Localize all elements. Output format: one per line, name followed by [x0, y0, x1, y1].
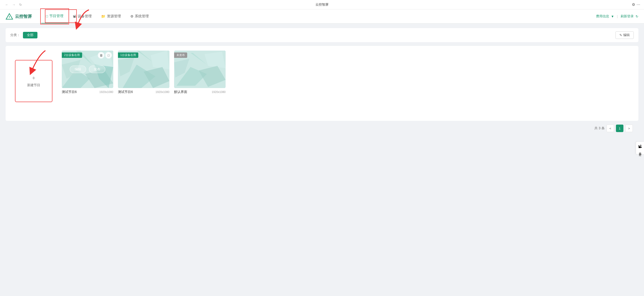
- new-program-plus-icon: +: [32, 75, 35, 81]
- edit-button[interactable]: ✎ 编辑: [616, 31, 634, 39]
- nav-menu: □ 节目管理 📽 设备管理 📁 资源管理 ⚙ 系统管理: [41, 9, 638, 24]
- window-title: 云控智屏: [316, 3, 328, 7]
- program-name-2: 测试节目6: [118, 90, 133, 94]
- nav-item-device[interactable]: 📽 设备管理: [68, 9, 96, 24]
- program-nav-icon: □: [46, 14, 48, 18]
- resource-nav-label: 资源管理: [107, 14, 121, 19]
- program-res-1: 1920x1080: [100, 90, 113, 94]
- main-content: 分类： 全部 ✎ 编辑 +: [0, 24, 644, 141]
- program-name-1: 测试节目6: [62, 90, 77, 94]
- title-bar: ← → ↻ 云控智屏 ⚙ ⋯: [0, 0, 644, 9]
- card-publish-hover-btn-1[interactable]: 发布: [89, 66, 105, 73]
- device-nav-label: 设备管理: [78, 14, 92, 19]
- title-bar-right-controls: ⚙ ⋯: [632, 2, 640, 7]
- prev-page-button[interactable]: <: [606, 125, 614, 132]
- forward-button[interactable]: →: [11, 2, 17, 7]
- program-res-2: 1920x1080: [156, 90, 170, 94]
- pagination-bar: 共 3 条 < 1 >: [6, 121, 638, 136]
- program-card-3[interactable]: 未发布 默认界面 1920x1080: [174, 51, 226, 94]
- program-card-1[interactable]: 2台设备在用 🗑 □ 编辑 发布 测试节目6 1920x1080: [62, 51, 113, 94]
- card-badge-3: 未发布: [174, 53, 187, 58]
- side-device-button[interactable]: 📽 设备绑定: [636, 142, 644, 155]
- nav-item-system[interactable]: ⚙ 系统管理: [126, 9, 154, 24]
- resource-nav-icon: 📁: [101, 14, 106, 19]
- card-badge-2: 1台设备在用: [118, 53, 138, 58]
- next-page-button[interactable]: >: [625, 125, 633, 132]
- settings-icon-button[interactable]: ⚙: [632, 2, 635, 7]
- cards-container: + 新建节目 2台设备在用: [6, 46, 638, 121]
- side-device-label: 设备绑定: [638, 150, 642, 152]
- program-name-3: 默认界面: [174, 90, 187, 94]
- dropdown-arrow-icon: ▼: [611, 15, 614, 18]
- title-bar-nav: ← → ↻: [4, 2, 24, 7]
- edit-icon: ✎: [620, 33, 622, 37]
- nav-item-program[interactable]: □ 节目管理: [41, 9, 68, 24]
- back-button[interactable]: ←: [4, 2, 10, 7]
- program-info-1: 测试节目6 1920x1080: [62, 88, 113, 94]
- side-device-icon: 📽: [638, 144, 642, 149]
- page-total: 共 3 条: [594, 126, 605, 130]
- card-hover-actions-1: 编辑 发布: [62, 51, 113, 88]
- program-thumb-2: 1台设备在用: [118, 51, 170, 88]
- program-card-2[interactable]: 1台设备在用 测试节目6 1920x1080: [118, 51, 170, 94]
- new-program-label: 新建节目: [27, 83, 40, 87]
- system-nav-icon: ⚙: [130, 14, 134, 19]
- navbar: 云控智屏 □ 节目管理 📽 设备管理 📁 资源管理 ⚙ 系统管理: [0, 9, 644, 24]
- refresh-icon: ↻: [636, 15, 638, 18]
- nav-item-resource[interactable]: 📁 资源管理: [96, 9, 126, 24]
- program-res-3: 1920x1080: [212, 90, 226, 94]
- device-nav-icon: 📽: [73, 14, 76, 18]
- card-edit-hover-btn-1[interactable]: 编辑: [70, 66, 86, 73]
- program-thumb-3: 未发布: [174, 51, 226, 88]
- page-1-button[interactable]: 1: [616, 125, 624, 132]
- logo-icon: [6, 13, 13, 20]
- logo: 云控智屏: [6, 13, 32, 20]
- more-button[interactable]: ⋯: [636, 2, 640, 7]
- reload-button[interactable]: ↻: [18, 2, 24, 7]
- filter-bar: 分类： 全部 ✎ 编辑: [6, 28, 638, 42]
- program-thumb-1: 2台设备在用 🗑 □ 编辑 发布: [62, 51, 113, 88]
- program-nav-label: 节目管理: [50, 14, 64, 18]
- nav-right-actions: 费用信息 ▼ | 刷新登录 ↻: [596, 14, 638, 19]
- program-info-3: 默认界面 1920x1080: [174, 88, 226, 94]
- new-program-card[interactable]: + 新建节目: [15, 60, 52, 102]
- billing-link[interactable]: 费用信息: [596, 14, 609, 19]
- filter-label: 分类：: [10, 33, 20, 37]
- refresh-login-link[interactable]: 刷新登录: [620, 14, 634, 19]
- new-program-wrapper: + 新建节目: [10, 51, 57, 116]
- edit-label: 编辑: [623, 33, 630, 37]
- logo-text: 云控智屏: [15, 14, 32, 19]
- filter-all-button[interactable]: 全部: [23, 32, 38, 38]
- system-nav-label: 系统管理: [135, 14, 149, 19]
- program-info-2: 测试节目6 1920x1080: [118, 88, 170, 94]
